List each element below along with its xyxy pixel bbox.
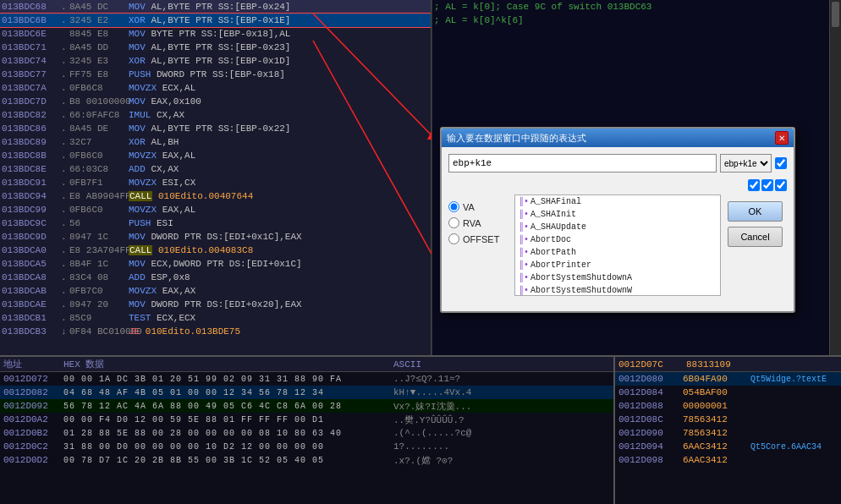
disasm-row[interactable]: 013BDCAE.8947 20MOV DWORD PTR DS:[EDI+0x… <box>0 298 431 311</box>
dialog-radio-group: VA RVA OFFSET <box>448 194 508 296</box>
disasm-instr: PUSH DWORD PTR SS:[EBP-0x18] <box>129 69 431 79</box>
disasm-row[interactable]: 013BDC7A.0FB6C8MOVZX ECX,AL <box>0 81 431 95</box>
disasm-addr: 013BDC91 <box>0 178 61 188</box>
disasm-row[interactable]: 013BDC89.32C7XOR AL,BH <box>0 135 431 149</box>
comment-row <box>434 326 827 340</box>
disasm-row[interactable]: 013BDC77.FF75 E8PUSH DWORD PTR SS:[EBP-0… <box>0 68 431 81</box>
dialog-list-item[interactable]: ║•AbortSystemShutdownA <box>515 271 720 284</box>
right-hex-row[interactable]: 0012D080 6B04FA90 Qt5Widge.?textE <box>615 372 841 386</box>
comment-row: ; AL = k[0]; Case 9C of switch 013BDC63 <box>434 2 827 15</box>
instr-operands: AL,BYTE PTR SS:[EBP-0x24] <box>151 2 290 12</box>
hex-row[interactable]: 0012D0A2 00 00 F4 D0 12 00 59 5E 88 01 F… <box>0 413 613 426</box>
checkbox-1[interactable] <box>775 157 787 169</box>
disasm-row[interactable]: 013BDCA8.83C4 08ADD ESP,0x8 <box>0 271 431 284</box>
disasm-row[interactable]: 013BDCB1.85C9TEST ECX,ECX <box>0 311 431 325</box>
disasm-row[interactable]: 013BDCAB.0FB7C0MOVZX EAX,AX <box>0 284 431 298</box>
disasm-addr: 013BDC99 <box>0 205 61 215</box>
disasm-dot: . <box>61 110 69 120</box>
disasm-addr: 013BDC7A <box>0 83 61 93</box>
disasm-row[interactable]: 013BDC86.8A45 DEMOV AL,BYTE PTR SS:[EBP-… <box>0 122 431 135</box>
ok-button[interactable]: OK <box>728 201 783 222</box>
disasm-row[interactable]: 013BDCA0.E8 23A704FFCALL 010Edito.004083… <box>0 244 431 257</box>
instr-operands: ECX,ECX <box>157 313 195 323</box>
scrollbar-thumb[interactable] <box>832 2 839 27</box>
checkbox-4[interactable] <box>775 179 787 191</box>
disasm-row[interactable]: 013BDC82.66:0FAFC8IMUL CX,AX <box>0 108 431 122</box>
right-hex-row[interactable]: 0012D088 00000001 <box>615 399 841 413</box>
hex-row[interactable]: 0012D0C2 31 88 00 D0 00 00 00 00 10 D2 1… <box>0 440 613 453</box>
disasm-scrollbar[interactable] <box>829 0 841 355</box>
radio-rva[interactable]: RVA <box>448 217 508 228</box>
dialog-list-item[interactable]: ║•A_SHAUpdate <box>515 221 720 233</box>
right-hex-row[interactable]: 0012D08C 78563412 <box>615 413 841 426</box>
right-hex-row[interactable]: 0012D098 6AAC3412 <box>615 453 841 467</box>
disasm-row[interactable]: 013BDC94.E8 AB9904FFCALL 010Edito.004076… <box>0 189 431 203</box>
hex-row[interactable]: 0012D0B2 01 28 88 5E 88 00 28 00 00 00 0… <box>0 426 613 440</box>
cancel-button[interactable]: Cancel <box>728 227 783 247</box>
disasm-addr: 013BDC77 <box>0 69 61 79</box>
checkbox-2[interactable] <box>748 179 760 191</box>
disasm-row[interactable]: 013BDC74.3245 E3XOR AL,BYTE PTR SS:[EBP-… <box>0 54 431 68</box>
hex-row[interactable]: 0012D092 56 78 12 AC 4A 6A 88 00 49 05 C… <box>0 399 613 413</box>
hex-row-hex: 00 78 D7 1C 20 2B 8B 55 00 3B 1C 52 05 4… <box>63 456 393 465</box>
disasm-dot: . <box>61 69 69 79</box>
disasm-dot: . <box>61 286 69 296</box>
disasm-row[interactable]: 013BDC7D.B8 00100000MOV EAX,0x100 <box>0 95 431 108</box>
right-row-val: 78563412 <box>683 428 750 438</box>
disasm-row[interactable]: 013BDC99.0FB6C0MOVZX EAX,AL <box>0 203 431 216</box>
radio-rva-input[interactable] <box>448 217 459 228</box>
hex-row[interactable]: 0012D072 00 00 1A DC 3B 01 20 51 99 02 0… <box>0 372 613 386</box>
dialog-list[interactable]: ║•A_SHAFinal║•A_SHAInit║•A_SHAUpdate║•Ab… <box>514 194 721 296</box>
list-item-icon: ║• <box>519 273 529 282</box>
dialog-list-item[interactable]: ║•A_SHAFinal <box>515 195 720 208</box>
instr-operands: DWORD PTR DS:[EDI+0x1C],EAX <box>151 232 301 242</box>
disasm-addr: 013BDCB1 <box>0 313 61 323</box>
right-row-addr: 0012D084 <box>615 387 683 397</box>
disasm-row[interactable]: 013BDC9C.56PUSH ESI <box>0 216 431 230</box>
comment-row <box>434 96 827 110</box>
right-hex-header: 0012D07C 88313109 <box>615 357 841 372</box>
disasm-row[interactable]: 013BDC71.8A45 DDMOV AL,BYTE PTR SS:[EBP-… <box>0 41 431 54</box>
right-row-addr: 0012D098 <box>615 455 683 465</box>
hex-row-ascii: .x?.(嫦 ?⊙? <box>393 454 613 467</box>
radio-va[interactable]: VA <box>448 201 508 212</box>
dialog-list-item[interactable]: ║•AbortDoc <box>515 233 720 246</box>
disasm-row[interactable]: 013BDC6E8845 E8MOV BYTE PTR SS:[EBP-0x18… <box>0 27 431 41</box>
expression-input[interactable] <box>448 154 717 173</box>
disasm-dot: ↓ <box>61 326 69 337</box>
disasm-row[interactable]: 013BDCB3↓0F84 BC010000JE 010Edito.013BDE… <box>0 325 431 338</box>
dialog-list-item[interactable]: ║•AbortPrinter <box>515 259 720 271</box>
disasm-dot: . <box>61 164 69 174</box>
instr-keyword: MOV <box>129 2 146 12</box>
right-hex-row[interactable]: 0012D084 054BAF00 <box>615 386 841 399</box>
right-hex-row[interactable]: 0012D094 6AAC3412 Qt5Core.6AAC34 <box>615 440 841 453</box>
right-hex-row[interactable]: 0012D090 78563412 <box>615 426 841 440</box>
radio-va-input[interactable] <box>448 201 459 212</box>
disasm-row[interactable]: 013BDC9D.8947 1CMOV DWORD PTR DS:[EDI+0x… <box>0 230 431 244</box>
dialog-list-item[interactable]: ║•A_SHAInit <box>515 208 720 221</box>
disasm-row[interactable]: 013BDC8B.0FB6C0MOVZX EAX,AL <box>0 149 431 162</box>
hex-row[interactable]: 0012D082 04 68 48 AF 4B 05 01 00 00 12 3… <box>0 386 613 399</box>
disasm-row[interactable]: 013BDCA5.8B4F 1CMOV ECX,DWORD PTR DS:[ED… <box>0 257 431 271</box>
dialog-close-button[interactable]: ✕ <box>775 131 789 145</box>
expression-dropdown[interactable]: ebp+k1e <box>720 154 772 173</box>
disasm-row[interactable]: 013BDC91.0FB7F1MOVZX ESI,CX <box>0 176 431 189</box>
disasm-addr: 013BDCA8 <box>0 272 61 282</box>
hex-row[interactable]: 0012D0D2 00 78 D7 1C 20 2B 8B 55 00 3B 1… <box>0 453 613 467</box>
disasm-row[interactable]: 013BDC8E.66:03C8ADD CX,AX <box>0 162 431 176</box>
disasm-hex: 83C4 08 <box>69 272 129 282</box>
dialog-list-item[interactable]: ║•AbortPath <box>515 246 720 259</box>
dialog-list-item[interactable]: ║•AbortSystemShutdownW <box>515 284 720 296</box>
instr-operands: EAX,AL <box>162 151 196 161</box>
jump-keyword: JE <box>129 326 140 337</box>
disasm-addr: 013BDC68 <box>0 2 61 12</box>
disasm-dot: . <box>61 123 69 134</box>
disasm-row[interactable]: 013BDC6B.3245 E2XOR AL,BYTE PTR SS:[EBP-… <box>0 14 431 27</box>
instr-keyword: MOV <box>129 42 146 52</box>
disasm-hex: 8A45 DC <box>69 2 129 12</box>
checkbox-3[interactable] <box>761 179 773 191</box>
comment-row <box>434 56 827 69</box>
radio-offset[interactable]: OFFSET <box>448 233 508 244</box>
radio-offset-input[interactable] <box>448 233 459 244</box>
disasm-row[interactable]: 013BDC68.8A45 DCMOV AL,BYTE PTR SS:[EBP-… <box>0 0 431 14</box>
